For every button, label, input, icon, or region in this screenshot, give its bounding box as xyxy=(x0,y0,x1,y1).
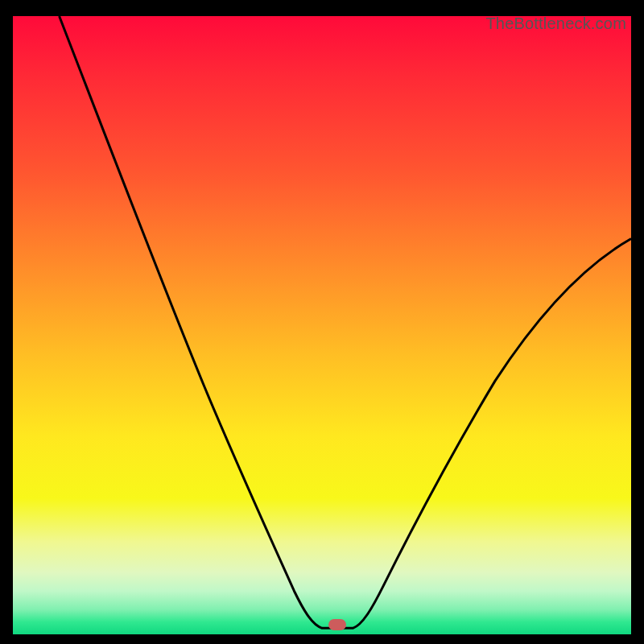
chart-frame: TheBottleneck.com xyxy=(0,0,644,644)
minimum-marker xyxy=(328,619,346,630)
bottleneck-curve xyxy=(13,16,631,634)
chart-plot-area: TheBottleneck.com xyxy=(13,16,631,634)
curve-path xyxy=(60,16,631,628)
